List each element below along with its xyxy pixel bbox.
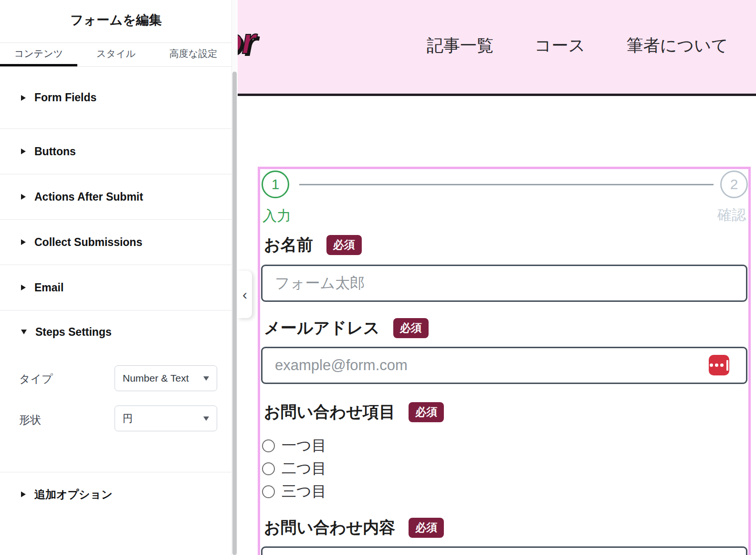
section-actions-after-submit[interactable]: Actions After Submit xyxy=(0,174,232,220)
message-textarea[interactable] xyxy=(261,546,747,555)
caret-right-icon xyxy=(21,149,26,154)
topic-field-label: お問い合わせ項目 xyxy=(264,401,395,423)
caret-right-icon xyxy=(21,95,26,101)
step-connector-line xyxy=(299,184,714,185)
form-widget-selected[interactable]: 1 2 入力 確認 お名前 必須 メールアドレス 必須 xyxy=(258,167,751,555)
name-field-label: お名前 xyxy=(264,234,313,256)
screen: or 記事一覧 コース 筆者について 1 2 入力 確認 お名前 必須 メールア… xyxy=(0,0,756,555)
tab-content[interactable]: コンテンツ xyxy=(0,43,77,66)
name-field-label-row: お名前 必須 xyxy=(264,234,362,256)
radio-option-label: 一つ目 xyxy=(282,436,326,456)
panel-title: フォームを編集 xyxy=(0,11,232,29)
step-2-label: 確認 xyxy=(717,205,746,225)
tab-style[interactable]: スタイル xyxy=(77,43,155,66)
cursor-bar xyxy=(726,360,728,371)
radio-option-1[interactable]: 一つ目 xyxy=(262,436,326,456)
radio-icon[interactable] xyxy=(262,439,275,452)
topic-field-label-row: お問い合わせ項目 必須 xyxy=(264,401,444,423)
email-field-label-row: メールアドレス 必須 xyxy=(264,317,429,339)
step-2-indicator: 2 xyxy=(720,171,748,198)
caret-right-icon xyxy=(21,239,26,245)
site-nav: 記事一覧 コース 筆者について xyxy=(427,34,728,57)
required-badge: 必須 xyxy=(393,318,429,338)
tab-advanced[interactable]: 高度な設定 xyxy=(155,43,232,66)
step-1-number: 1 xyxy=(272,176,280,192)
caret-down-icon xyxy=(21,330,27,334)
panel-tabs: コンテンツ スタイル 高度な設定 xyxy=(0,43,232,67)
radio-icon[interactable] xyxy=(262,485,275,498)
type-select-value: Number & Text xyxy=(123,373,203,384)
section-email[interactable]: Email xyxy=(0,265,232,310)
required-badge: 必須 xyxy=(326,235,362,255)
dot xyxy=(710,363,713,367)
editor-panel: フォームを編集 コンテンツ スタイル 高度な設定 Form Fields But… xyxy=(0,0,238,555)
shape-select[interactable]: 円 xyxy=(115,406,217,431)
required-badge: 必須 xyxy=(409,402,444,422)
dot xyxy=(715,363,718,367)
type-select[interactable]: Number & Text xyxy=(115,365,217,391)
divider xyxy=(0,472,232,472)
shape-label: 形状 xyxy=(19,413,41,427)
section-steps-settings[interactable]: Steps Settings xyxy=(0,320,232,344)
section-buttons[interactable]: Buttons xyxy=(0,129,232,174)
required-badge: 必須 xyxy=(409,518,444,538)
step-2-number: 2 xyxy=(730,176,738,192)
chevron-down-icon xyxy=(203,416,209,421)
radio-option-2[interactable]: 二つ目 xyxy=(262,459,326,479)
message-field-label: お問い合わせ内容 xyxy=(264,517,395,539)
type-label: タイプ xyxy=(19,372,53,386)
dot xyxy=(720,363,724,367)
panel-scrollbar-thumb[interactable] xyxy=(232,72,237,555)
shape-select-value: 円 xyxy=(123,412,203,425)
chevron-left-icon: ‹ xyxy=(242,288,247,302)
section-additional-options[interactable]: 追加オプション xyxy=(0,475,232,513)
section-form-fields[interactable]: Form Fields xyxy=(0,67,232,129)
password-manager-autofill-icon[interactable] xyxy=(709,355,729,375)
email-input[interactable] xyxy=(261,347,747,384)
caret-right-icon xyxy=(21,194,26,200)
caret-right-icon xyxy=(21,491,26,497)
chevron-down-icon xyxy=(203,376,209,381)
radio-option-3[interactable]: 三つ目 xyxy=(262,481,326,502)
email-input-wrap xyxy=(261,347,747,384)
name-input[interactable] xyxy=(261,265,747,302)
message-field-label-row: お問い合わせ内容 必須 xyxy=(264,517,444,539)
radio-option-label: 二つ目 xyxy=(282,459,326,479)
nav-link-course[interactable]: コース xyxy=(535,34,586,57)
email-field-label: メールアドレス xyxy=(264,317,380,339)
panel-collapse-button[interactable]: ‹ xyxy=(238,271,252,318)
section-collect-submissions[interactable]: Collect Submissions xyxy=(0,220,232,265)
radio-option-label: 三つ目 xyxy=(282,481,326,502)
radio-icon[interactable] xyxy=(262,462,275,475)
step-1-indicator: 1 xyxy=(262,171,289,198)
nav-link-articles[interactable]: 記事一覧 xyxy=(427,34,494,57)
caret-right-icon xyxy=(21,285,26,290)
nav-link-about-author[interactable]: 筆者について xyxy=(627,34,728,57)
step-1-label: 入力 xyxy=(262,206,291,226)
